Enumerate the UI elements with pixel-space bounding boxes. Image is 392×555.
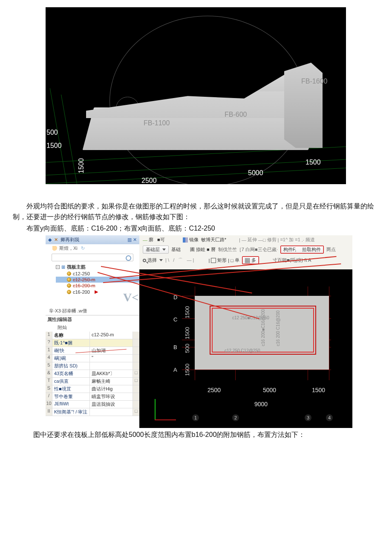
prop-row[interactable]: 4i碗)碗" [46, 355, 139, 362]
tree-node-4[interactable]: c16-200 ▶ [56, 289, 139, 295]
rebar-note-2: c12 250 C12@250 [225, 348, 260, 353]
axis-A: A [173, 367, 177, 373]
axis-B: B [173, 344, 177, 350]
mirror-button[interactable]: 镜像 [183, 237, 199, 243]
property-editor: 属性|编辑器 附灿 1 名称 c12-250-m ?既·1^■捆1i耐快山加湖4… [46, 315, 139, 416]
layer-select[interactable]: 基础层 [143, 246, 169, 254]
tick-y-1500a: 1500 [46, 142, 62, 150]
label-fb1100: FB-1100 [144, 119, 170, 127]
ytick-4: 1500 [184, 364, 190, 376]
left-panel: ◆✕ 卿再剥我 ▥ ✕ 斯煌，Xi ↻ −⊞筏板主筋 c12-250 c12-2… [46, 235, 139, 428]
prop-row[interactable]: ?既·1^■捆 [46, 339, 139, 347]
rebar-note-4: c16 200 C16@200 [276, 311, 280, 347]
multi-select-button[interactable]: 多 [242, 256, 259, 264]
paragraph-2: 布置y向面筋、底筋：C16-200；布置x向面筋、底筋：C12-250 [13, 223, 379, 234]
tick-x-1500: 1500 [306, 159, 321, 166]
prop-title: 属性|编辑器 [46, 315, 139, 324]
panel-subheader: 斯煌，Xi ↻ [46, 244, 139, 252]
chevron-down-icon [159, 259, 163, 261]
tree-node-2[interactable]: c12-250-m [56, 277, 139, 283]
mirror-icon [183, 237, 188, 243]
hand-icon [52, 246, 58, 251]
rebar-note-3: c16 200■C16@200 [261, 309, 265, 347]
layer-label: 基础 [171, 246, 181, 253]
xtick-2: 5000 [263, 387, 276, 393]
component-tree[interactable]: −⊞筏板主筋 c12-250 c12-250-m c16-200-m c16-2… [46, 263, 139, 296]
toolbar-text-1[interactable]: —廓 ■可 [143, 237, 165, 243]
axis-C: C [173, 316, 177, 323]
xtick-1: 2500 [208, 387, 221, 393]
tick-y-1500b: 1500 [78, 158, 85, 173]
label-fb1600: FB-1600 [301, 78, 327, 85]
select-button[interactable]: 选择 [143, 257, 163, 263]
rect-button[interactable]: | 矩形 | □单 [208, 257, 239, 263]
two-point[interactable]: 两点 [326, 246, 336, 253]
toolbar-seat[interactable]: 圃 捺眭 ■ 曆 [190, 246, 216, 253]
axis-num-3: 3 [305, 414, 311, 421]
paragraph-3: 图中还要求在筏板上部低标高处5000长度范围内布置b16-200的附加钢筋，布置… [33, 430, 379, 440]
prop-row[interactable]: 5朋挤拈 SD) [46, 362, 139, 370]
prop-row[interactable]: IIK恒阁基"! /·审注□ [46, 408, 139, 416]
toolbar-text-2[interactable]: 敏博天匚路* [201, 237, 226, 243]
tree-root[interactable]: −⊞筏板主筋 [56, 263, 139, 271]
chevron-down-icon [162, 249, 166, 251]
xtick-3: 1500 [312, 387, 325, 393]
cad-3d-view: FB-1100 FB-600 FB-1600 500 1500 1500 250… [46, 7, 346, 184]
prop-row[interactable]: 10JEfliWt皿诅我抽设 [46, 401, 139, 408]
prop-row[interactable]: Tca供直麻畅主崎□ [46, 378, 139, 385]
ytick-1: 1500 [184, 306, 190, 318]
pick-component-button[interactable]: 构件F, 拾取构件 [280, 246, 324, 254]
tree-node-3[interactable]: c16-200-m [56, 283, 139, 289]
search-row [46, 252, 139, 263]
xtotal: 9000 [254, 401, 268, 408]
search-icon [143, 259, 146, 262]
extend-button[interactable]: | —延伸 —□ 修剪 | =1^ 加 =1 .·频道 [239, 237, 315, 243]
tick-x-5000: 5000 [248, 169, 263, 177]
rect-icon [211, 258, 216, 263]
prop-row[interactable]: /节中卷董瞄盅节咔设 [46, 393, 139, 401]
axis-num-2: 2 [232, 414, 239, 421]
prop-row[interactable]: S性■境苴曲诂计Hig [46, 385, 139, 393]
paragraph-1: 外观均符合图纸的要求，如果你是在做图形的工程的时候，那么这时候就设置完成了，但是… [13, 201, 379, 223]
search-input[interactable] [52, 254, 133, 261]
ytick-2: 1500 [184, 327, 190, 339]
prop-row[interactable]: &43页名幡皿AKKb*〕□ [46, 370, 139, 378]
label-fb600: FB-600 [225, 111, 247, 119]
toolbar-code: 制伐兰竺［7 白网■三仑已蒇· [218, 246, 278, 253]
software-screenshot: —廓 ■可 镜像 敏博天匚路* | —延伸 —□ 修剪 | =1^ 加 =1 .… [46, 235, 352, 428]
tick-y-500: 500 [46, 129, 58, 136]
prop-sub: 附灿 [46, 324, 139, 332]
ytick-3: 500 [184, 344, 190, 353]
panel-header[interactable]: ◆✕ 卿再剥我 ▥ ✕ [46, 235, 139, 244]
divider-text: 辛·X3·郤幸幡 .w僧 [46, 307, 139, 315]
axis-num-4: 4 [326, 414, 333, 421]
prop-header-row: 1 名称 c12-250-m [46, 332, 139, 339]
axis-num-1: 1 [192, 414, 199, 421]
grid-icon [245, 258, 250, 263]
tick-x-2500: 2500 [141, 177, 157, 184]
panel-header-text: 卿再剥我 [61, 237, 79, 243]
